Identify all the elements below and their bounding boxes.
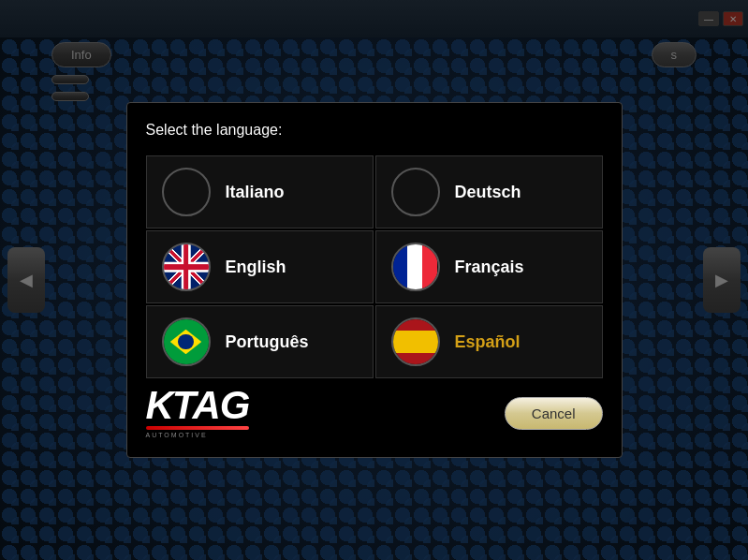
ktag-logo: K TAG AUTOMOTIVE	[146, 386, 250, 438]
language-button-en[interactable]: English	[146, 230, 374, 303]
language-label-pt: Português	[226, 332, 309, 352]
language-label-fr: Français	[455, 258, 524, 277]
language-dialog: Select the language: Italiano	[126, 102, 623, 458]
language-button-pt[interactable]: Português	[146, 305, 374, 378]
flag-it	[162, 168, 211, 216]
flag-gb	[162, 243, 211, 291]
logo-k: K	[146, 386, 172, 425]
flag-br	[162, 317, 211, 366]
flag-es	[391, 317, 440, 366]
language-button-it[interactable]: Italiano	[146, 155, 374, 228]
logo-tag: TAG	[172, 386, 250, 425]
language-button-es[interactable]: Español	[375, 305, 603, 378]
modal-overlay: Select the language: Italiano	[0, 0, 748, 560]
language-label-de: Deutsch	[455, 183, 521, 202]
dialog-title: Select the language:	[146, 122, 603, 139]
language-grid: Italiano Deutsch	[146, 155, 603, 378]
flag-de	[391, 168, 440, 216]
language-button-de[interactable]: Deutsch	[375, 155, 603, 228]
language-label-en: English	[226, 258, 286, 277]
flag-fr	[391, 243, 440, 291]
logo-subtext: AUTOMOTIVE	[146, 432, 250, 438]
cancel-button[interactable]: Cancel	[505, 397, 603, 430]
language-button-fr[interactable]: Français	[375, 230, 603, 303]
language-label-es: Español	[455, 332, 521, 352]
language-label-it: Italiano	[226, 183, 285, 202]
